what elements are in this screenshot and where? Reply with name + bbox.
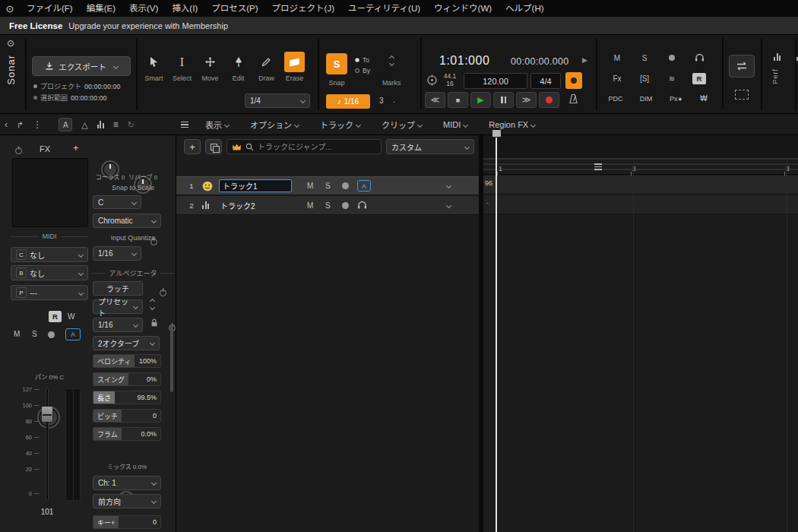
play-button[interactable]: ▶ [470,92,491,108]
lock-icon[interactable] [150,318,158,328]
record-button[interactable] [539,92,559,108]
track-lane-2[interactable] [483,195,798,214]
global-mute-button[interactable]: M [603,53,631,62]
record-arm-button[interactable] [565,72,582,89]
track-name-input[interactable] [219,179,292,192]
forward-button[interactable]: ≫ [516,92,537,108]
arp-length-row[interactable]: 長さ 99.5% [93,391,161,404]
midi-input-dropdown[interactable]: C なし [11,247,88,262]
stop-button[interactable]: ■ [448,92,468,108]
automation-read-button[interactable]: R [692,73,706,84]
arp-flam-row[interactable]: フラム 0.0% [93,427,161,441]
primary-time-display[interactable]: 1:01:000 [439,54,489,68]
automation-read-button[interactable]: R [49,311,62,322]
collapsed-lanes[interactable] [483,158,798,175]
input-echo-button[interactable]: A [357,180,371,192]
global-solo-button[interactable]: S [631,53,658,62]
global-record-icon[interactable] [658,53,686,62]
pause-button[interactable] [493,92,514,108]
menu-options-tv[interactable]: オプション [239,114,309,135]
snap-enable-button[interactable]: S [326,53,347,74]
arp-preset-spinner[interactable] [150,299,154,309]
menu-clips-tv[interactable]: クリップ [371,114,432,135]
monitor-headphones-icon[interactable] [357,201,367,210]
audio-track-icon[interactable]: A [59,118,72,131]
meter-icon[interactable] [97,121,104,128]
fx-bypass-button[interactable]: Fx [603,74,631,83]
menu-file[interactable]: ファイル(F) [20,0,80,17]
tempo-display[interactable]: 120.00 [464,73,527,89]
duplicate-track-button[interactable] [205,139,222,154]
snap-by-option[interactable]: By [355,67,370,74]
snap-resolution-button[interactable]: ♪ 1/16 [326,94,370,109]
list-icon[interactable]: ≡ [113,119,119,130]
pdc-button[interactable]: PDC [600,94,631,103]
arp-key-row[interactable]: キー+ 0 [93,515,161,529]
add-fx-button[interactable]: + [73,142,79,154]
menu-regionfx-tv[interactable]: Region FX [478,114,546,135]
input-quantize-power-icon[interactable] [160,290,166,296]
menu-edit[interactable]: 編集(E) [80,0,122,17]
dim-button[interactable]: DIM [631,94,661,103]
send-wave-icon[interactable]: ≋ [658,74,686,83]
track-arm-icon[interactable] [342,202,349,209]
track-solo-button[interactable]: S [32,330,37,338]
scale-mode-dropdown[interactable]: Chromatic [93,214,161,228]
menu-window[interactable]: ウィンドウ(W) [427,0,499,17]
tool-edit[interactable]: Edit [224,52,252,82]
track-mute-button[interactable]: M [307,201,313,210]
license-upgrade-link[interactable]: Upgrade your experience with Membership [68,21,228,30]
menu-tracks-tv[interactable]: トラック [309,114,371,135]
arp-rate-dropdown[interactable]: 1/16 [93,318,143,332]
arp-swing-row[interactable]: スイング 0% [93,372,161,386]
menu-help[interactable]: ヘルプ(H) [499,0,550,17]
tool-move[interactable]: Move [196,52,224,82]
loop-button[interactable] [729,55,755,78]
track-lane-1[interactable] [483,176,798,195]
track-mute-button[interactable]: M [307,182,313,190]
input-quantize-dropdown[interactable]: 1/16 [93,246,141,261]
arp-range-dropdown[interactable]: 2オクターブ [93,336,160,350]
snap-strength-value[interactable]: 3 [379,97,384,105]
performance-meter-icon[interactable] [774,53,781,61]
volume-fader-handle[interactable] [41,406,53,423]
snap-to-option[interactable]: To [355,56,369,64]
metronome-icon[interactable] [568,93,578,106]
sample-rate-display[interactable]: 44.1 16 [441,72,459,87]
midi-bank-dropdown[interactable]: B なし [11,265,88,280]
px-button[interactable]: Px◆ [661,94,690,103]
track-manager-icon[interactable] [181,122,188,128]
export-button[interactable]: エクスポート [32,56,131,76]
arp-latch-button[interactable]: ラッチ [93,281,143,296]
time-format-caret-icon[interactable]: ▶ [582,56,587,64]
arp-direction-dropdown[interactable]: 前方向 [93,494,161,508]
tool-draw[interactable]: Draw [252,52,280,82]
fx-power-icon[interactable] [15,147,22,154]
volume-value[interactable]: 101 [30,508,64,516]
track-arm-icon[interactable] [48,331,55,338]
exclusive-solo-button[interactable]: [S] [631,74,658,83]
collapse-panel-icon[interactable]: ‹ [5,119,8,130]
marks-icon[interactable] [390,56,394,65]
track-jump-search[interactable] [226,139,382,154]
track-expand-chevron-icon[interactable] [446,202,451,207]
menu-view[interactable]: 表示(V) [122,0,165,17]
scale-root-dropdown[interactable]: C [93,195,141,209]
tool-erase[interactable]: Erase [280,52,309,82]
fx-bin[interactable] [12,158,88,227]
add-track-button[interactable]: + [184,139,201,154]
track-solo-button[interactable]: S [325,182,331,190]
inspector-scrollbar[interactable] [170,325,173,392]
menu-utilities[interactable]: ユーティリティ(U) [341,0,427,17]
track-expand-chevron-icon[interactable] [446,183,451,188]
timeline-ruler[interactable] [483,135,798,158]
panel-splitter[interactable] [479,135,483,532]
menu-process[interactable]: プロセス(P) [204,0,264,17]
time-signature-display[interactable]: 4/4 [530,73,561,89]
track-arm-icon[interactable] [342,182,349,189]
track-row-1[interactable]: 1 M S A [176,176,479,195]
tool-smart[interactable]: Smart [140,52,168,82]
lane-grip-icon[interactable] [594,163,602,170]
track-jump-input[interactable] [258,143,376,151]
menu-project[interactable]: プロジェクト(J) [265,0,341,17]
